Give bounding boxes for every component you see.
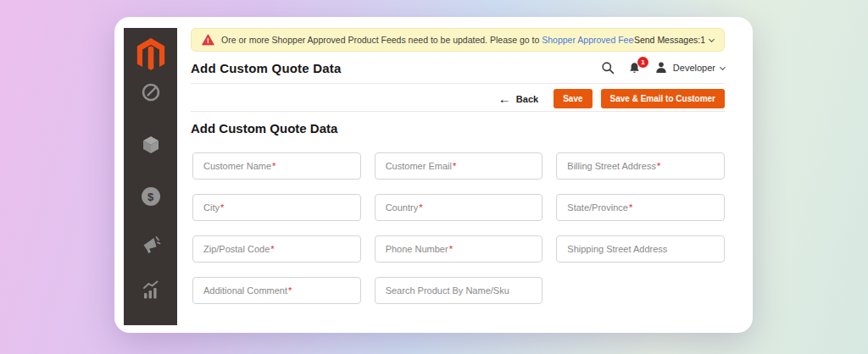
sidebar-item-reports[interactable] xyxy=(140,279,162,301)
billing-street-address-field[interactable]: Billing Street Address* xyxy=(556,152,725,180)
user-menu-label: Developer xyxy=(673,63,715,73)
customer-name-field[interactable]: Customer Name* xyxy=(192,152,361,180)
state-province-field[interactable]: State/Province* xyxy=(556,194,725,221)
search-icon xyxy=(601,61,615,75)
send-messages-dropdown[interactable]: Send Messages:1 xyxy=(634,35,714,45)
required-asterisk: * xyxy=(657,161,660,171)
admin-window: $ ! Ore or more Sh xyxy=(114,17,753,333)
save-button[interactable]: Save xyxy=(554,89,592,108)
required-asterisk: * xyxy=(419,202,422,213)
shipping-street-address-field[interactable]: Shipping Street Address xyxy=(556,235,725,263)
back-button[interactable]: ← Back xyxy=(498,92,538,105)
dollar-icon: $ xyxy=(142,187,160,206)
back-label: Back xyxy=(516,94,538,104)
required-asterisk: * xyxy=(629,202,632,213)
city-field[interactable]: City* xyxy=(192,194,361,221)
notification-badge: 1 xyxy=(637,57,648,68)
save-email-button[interactable]: Save & Email to Customer xyxy=(601,89,725,108)
search-product-field[interactable]: Search Product By Name/Sku xyxy=(375,277,543,304)
sidebar-item-catalog[interactable] xyxy=(140,134,162,156)
notification-banner: ! Ore or more Shopper Approved Product F… xyxy=(191,28,725,52)
dashboard-icon xyxy=(141,82,161,102)
phone-number-field[interactable]: Phone Number* xyxy=(375,235,543,263)
required-asterisk: * xyxy=(220,202,224,213)
search-button[interactable] xyxy=(601,61,615,75)
sidebar-item-dashboard[interactable] xyxy=(140,81,162,103)
megaphone-icon xyxy=(141,235,161,255)
page-title: Add Custom Quote Data xyxy=(191,61,342,75)
chevron-down-icon xyxy=(720,64,726,69)
magento-logo[interactable] xyxy=(135,36,167,74)
required-asterisk: * xyxy=(288,285,292,296)
header-divider xyxy=(191,83,725,84)
header-icons: 1 Developer xyxy=(601,61,725,75)
notifications-button[interactable]: 1 xyxy=(627,61,642,75)
chevron-down-icon xyxy=(709,36,715,41)
sidebar-item-sales[interactable]: $ xyxy=(140,185,162,207)
additional-comment-field[interactable]: Additional Comment* xyxy=(192,277,361,304)
required-asterisk: * xyxy=(449,244,453,254)
banner-message: Ore or more Shopper Approved Product Fee… xyxy=(221,35,634,45)
quote-form: Customer Name* Customer Email* Billing S… xyxy=(192,152,725,304)
toolbar: ← Back Save Save & Email to Customer xyxy=(191,89,725,108)
required-asterisk: * xyxy=(270,244,274,254)
customer-email-field[interactable]: Customer Email* xyxy=(375,152,543,180)
toolbar-divider xyxy=(191,111,725,112)
send-messages-label: Send Messages:1 xyxy=(634,35,705,45)
warning-icon: ! xyxy=(202,34,214,46)
sidebar: $ xyxy=(124,28,177,325)
banner-message-prefix: Ore or more Shopper Approved Product Fee… xyxy=(221,35,542,45)
cube-icon xyxy=(141,135,161,155)
country-field[interactable]: Country* xyxy=(375,194,543,221)
required-asterisk: * xyxy=(453,161,456,171)
magento-logo-icon xyxy=(135,36,167,74)
shopper-approved-feed-link[interactable]: Shopper Approved Feed xyxy=(542,35,634,45)
page-header: Add Custom Quote Data 1 xyxy=(191,57,725,79)
svg-text:!: ! xyxy=(207,36,209,45)
required-asterisk: * xyxy=(272,161,275,171)
zip-postal-code-field[interactable]: Zip/Postal Code* xyxy=(192,235,361,263)
chart-icon xyxy=(141,280,161,301)
form-section-title: Add Custom Quote Data xyxy=(191,121,337,136)
user-icon xyxy=(654,61,668,75)
user-menu[interactable]: Developer xyxy=(654,61,725,75)
sidebar-item-marketing[interactable] xyxy=(140,234,162,256)
back-arrow-icon: ← xyxy=(498,92,511,105)
